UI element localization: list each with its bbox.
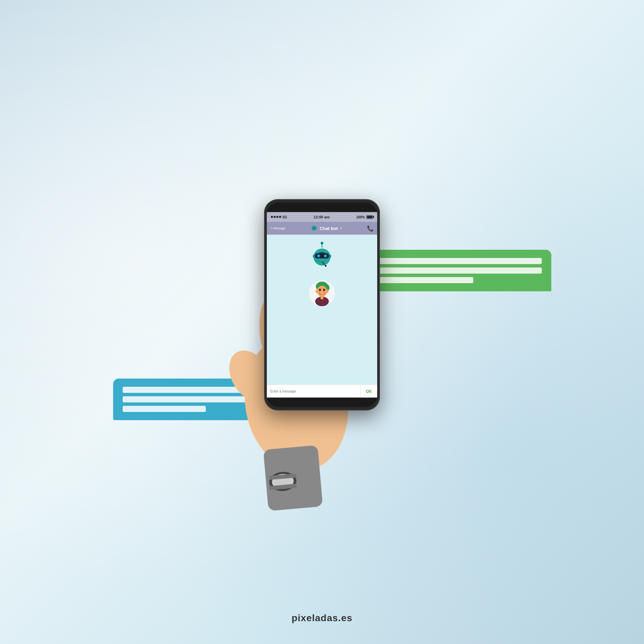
svg-point-32 (323, 289, 325, 291)
svg-point-26 (317, 286, 327, 297)
svg-point-22 (325, 265, 326, 267)
phone-inner: 5G 12:00 am 100% < Message (267, 203, 377, 407)
svg-point-11 (321, 242, 323, 245)
svg-rect-20 (313, 255, 315, 258)
signal-label: 5G (282, 215, 287, 219)
bubble-line-2 (370, 267, 542, 274)
scene: 5G 12:00 am 100% < Message (0, 0, 644, 644)
battery-percent: 100% (356, 215, 365, 219)
bubble-line-4 (123, 387, 274, 393)
svg-rect-21 (329, 255, 331, 258)
battery-fill (367, 216, 372, 218)
watermark: pixeladas.es (292, 613, 353, 624)
user-speech-bubble (113, 379, 283, 420)
signal-dot-4 (279, 216, 281, 218)
header-title-area: Chat bot > (310, 225, 342, 232)
header-title: Chat bot (320, 226, 338, 231)
status-time: 12:00 am (313, 215, 329, 219)
call-icon[interactable]: 📞 (367, 225, 374, 231)
status-left: 5G (271, 215, 287, 219)
signal-dot-2 (274, 216, 276, 218)
battery-icon (366, 215, 373, 219)
svg-rect-34 (321, 296, 323, 300)
bubble-line-3 (370, 277, 473, 283)
robot-illustration (305, 242, 339, 276)
svg-point-30 (324, 291, 326, 293)
svg-point-19 (325, 255, 326, 256)
chat-area (267, 235, 377, 385)
svg-point-17 (324, 255, 326, 257)
svg-point-31 (319, 289, 321, 291)
svg-rect-9 (316, 228, 317, 229)
svg-point-29 (318, 291, 320, 293)
svg-point-18 (319, 255, 319, 256)
status-right: 100% (356, 215, 373, 219)
bubble-line-6 (123, 406, 206, 412)
phone-body: 5G 12:00 am 100% < Message (264, 199, 380, 411)
robot-icon-small (310, 225, 318, 232)
header-chevron: > (340, 226, 342, 230)
bubble-line-5 (123, 396, 274, 402)
app-header: < Message (267, 222, 377, 235)
svg-rect-8 (312, 228, 312, 229)
input-area: OK (267, 385, 377, 398)
status-bar: 5G 12:00 am 100% (267, 212, 377, 222)
svg-point-5 (315, 228, 315, 228)
user-avatar (308, 280, 336, 307)
signal-dot-3 (276, 216, 278, 218)
svg-point-16 (318, 255, 320, 257)
phone-screen: 5G 12:00 am 100% < Message (267, 212, 377, 398)
bubble-line-1 (370, 258, 542, 264)
signal-dot-1 (271, 216, 273, 218)
svg-point-6 (313, 226, 314, 226)
signal-dots (271, 216, 281, 218)
ok-button[interactable]: OK (360, 385, 377, 398)
message-input[interactable] (267, 385, 360, 398)
back-button[interactable]: < Message (270, 227, 285, 230)
svg-point-4 (313, 228, 313, 228)
bot-speech-bubble (361, 250, 551, 291)
